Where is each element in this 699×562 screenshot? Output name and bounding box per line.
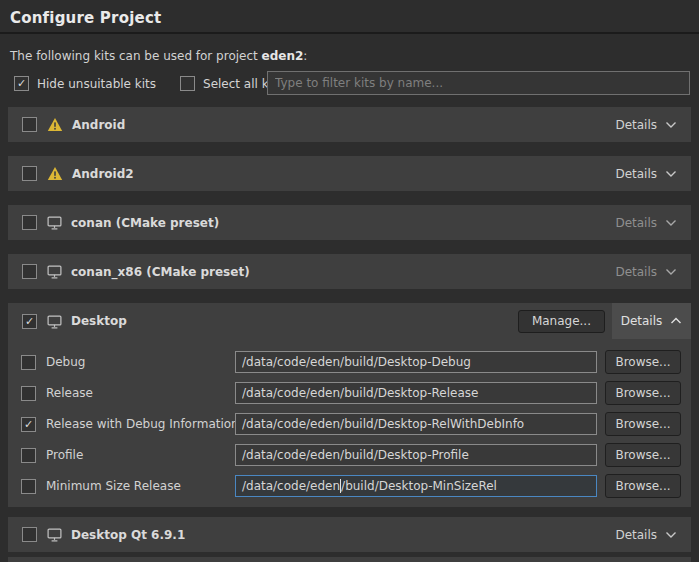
- config-checkbox[interactable]: ✓: [21, 417, 36, 432]
- chevron-down-icon: [665, 121, 677, 129]
- next-kit-row-sliver: [8, 557, 691, 562]
- configure-project-page: Configure Project The following kits can…: [0, 0, 699, 562]
- config-label: Release with Debug Information: [46, 417, 239, 431]
- kit-name: Android2: [72, 167, 134, 181]
- warning-icon: [47, 166, 63, 181]
- title-separator: [0, 32, 699, 34]
- build-dir-input-debug[interactable]: [235, 351, 597, 373]
- chevron-down-icon: [665, 531, 677, 539]
- path-text-after-caret: /build/Desktop-MinSizeRel: [341, 479, 497, 493]
- details-button-expanded[interactable]: Details: [612, 303, 691, 339]
- build-dir-input-release[interactable]: [235, 382, 597, 404]
- kit-checkbox[interactable]: [22, 166, 37, 181]
- config-checkbox[interactable]: [21, 448, 36, 463]
- browse-button[interactable]: Browse...: [605, 350, 681, 374]
- desktop-icon: [47, 527, 62, 542]
- path-text-before-caret: /data/code/eden: [242, 479, 340, 493]
- details-label: Details: [621, 314, 663, 328]
- checkmark-icon: ✓: [24, 419, 33, 430]
- project-name: eden2: [262, 49, 304, 63]
- kit-row-conan-x86[interactable]: conan_x86 (CMake preset) Details: [8, 254, 691, 289]
- kit-panel-desktop: ✓ Desktop Manage... Details Debug Browse…: [8, 303, 691, 507]
- kit-checkbox[interactable]: ✓: [22, 314, 37, 329]
- config-checkbox[interactable]: [21, 355, 36, 370]
- build-config-row-relwithdebinfo: ✓ Release with Debug Information Browse.…: [21, 411, 681, 437]
- kit-name: Desktop Qt 6.9.1: [71, 528, 185, 542]
- kit-checkbox[interactable]: [22, 117, 37, 132]
- details-label: Details: [615, 167, 657, 181]
- chevron-down-icon: [665, 219, 677, 227]
- details-button[interactable]: Details: [615, 167, 677, 181]
- build-config-row-minsizerel: Minimum Size Release /data/code/eden/bui…: [21, 473, 681, 499]
- kits-description: The following kits can be used for proje…: [10, 49, 307, 63]
- kit-name: Desktop: [71, 314, 127, 328]
- hide-unsuitable-kits-label[interactable]: Hide unsuitable kits: [37, 77, 156, 91]
- kits-description-prefix: The following kits can be used for proje…: [10, 49, 262, 63]
- desktop-icon: [47, 264, 62, 279]
- build-dir-input-relwithdebinfo[interactable]: [235, 413, 597, 435]
- page-title: Configure Project: [10, 9, 161, 27]
- details-label: Details: [615, 118, 657, 132]
- kit-row-desktop[interactable]: ✓ Desktop Manage... Details: [8, 303, 691, 339]
- build-dir-input-profile[interactable]: [235, 444, 597, 466]
- details-label: Details: [615, 528, 657, 542]
- build-config-row-release: Release Browse...: [21, 380, 681, 406]
- warning-icon: [47, 117, 63, 132]
- checkmark-icon: ✓: [17, 78, 26, 89]
- kit-name: conan (CMake preset): [71, 216, 219, 230]
- kit-row-android[interactable]: Android Details: [8, 107, 691, 142]
- details-button[interactable]: Details: [615, 528, 677, 542]
- checkmark-icon: ✓: [25, 316, 34, 327]
- browse-button[interactable]: Browse...: [605, 443, 681, 467]
- kits-description-suffix: :: [303, 49, 307, 63]
- build-config-row-profile: Profile Browse...: [21, 442, 681, 468]
- chevron-up-icon: [670, 317, 682, 325]
- details-button[interactable]: Details: [615, 118, 677, 132]
- kit-row-desktop-qt[interactable]: Desktop Qt 6.9.1 Details: [8, 517, 691, 552]
- kit-filter-input[interactable]: [267, 71, 690, 95]
- desktop-icon: [47, 314, 62, 329]
- browse-button[interactable]: Browse...: [605, 381, 681, 405]
- details-button[interactable]: Details: [615, 265, 677, 279]
- build-dir-input-minsizerel[interactable]: /data/code/eden/build/Desktop-MinSizeRel: [235, 475, 597, 497]
- config-label: Release: [46, 386, 93, 400]
- kit-checkbox[interactable]: [22, 215, 37, 230]
- config-checkbox[interactable]: [21, 479, 36, 494]
- kit-name: Android: [72, 118, 125, 132]
- kit-checkbox[interactable]: [22, 527, 37, 542]
- kit-row-android2[interactable]: Android2 Details: [8, 156, 691, 191]
- kit-checkbox[interactable]: [22, 264, 37, 279]
- details-button[interactable]: Details: [615, 216, 677, 230]
- config-label: Debug: [46, 355, 85, 369]
- config-checkbox[interactable]: [21, 386, 36, 401]
- manage-kits-button[interactable]: Manage...: [518, 310, 605, 333]
- build-config-row-debug: Debug Browse...: [21, 349, 681, 375]
- details-label: Details: [615, 216, 657, 230]
- kit-name: conan_x86 (CMake preset): [71, 265, 250, 279]
- select-all-kits-checkbox[interactable]: [180, 76, 195, 91]
- chevron-down-icon: [665, 268, 677, 276]
- config-label: Profile: [46, 448, 83, 462]
- browse-button[interactable]: Browse...: [605, 412, 681, 436]
- chevron-down-icon: [665, 170, 677, 178]
- browse-button[interactable]: Browse...: [605, 474, 681, 498]
- config-label: Minimum Size Release: [46, 479, 181, 493]
- hide-unsuitable-kits-checkbox[interactable]: ✓: [14, 76, 29, 91]
- kit-row-conan[interactable]: conan (CMake preset) Details: [8, 205, 691, 240]
- details-label: Details: [615, 265, 657, 279]
- filter-controls: ✓ Hide unsuitable kits Select all kits: [14, 76, 283, 91]
- desktop-icon: [47, 215, 62, 230]
